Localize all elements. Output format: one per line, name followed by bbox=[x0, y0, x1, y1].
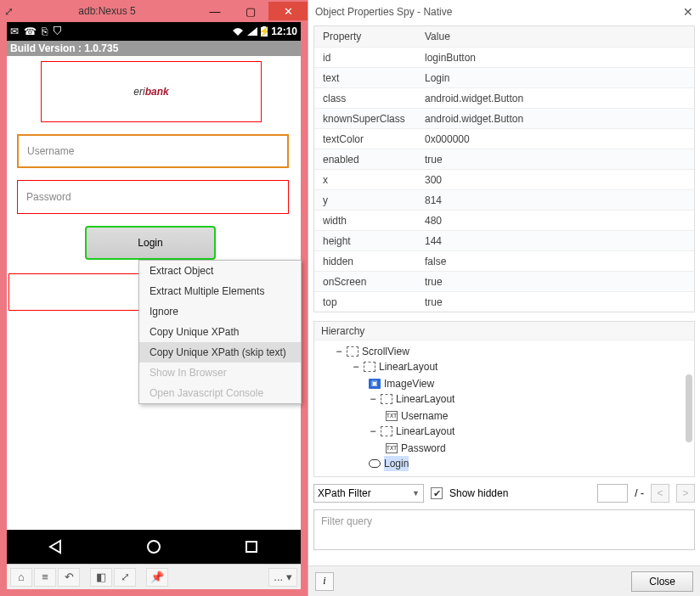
adb-window: ⤢ adb:Nexus 5 — ▢ ✕ ✉ ☎ ⎘ ⛉ bbox=[0, 0, 308, 596]
hierarchy-tree[interactable]: ScrollView LinearLayout ▣ImageView Linea… bbox=[314, 340, 694, 476]
tool-expand-icon[interactable]: ⤢ bbox=[114, 568, 136, 587]
nav-back-icon[interactable] bbox=[48, 538, 65, 555]
page-prev-button[interactable]: < bbox=[651, 484, 669, 503]
nav-recent-icon[interactable] bbox=[243, 538, 260, 555]
show-hidden-checkbox[interactable]: ✔ bbox=[431, 487, 443, 499]
tag-icon: 🏷 bbox=[369, 475, 381, 476]
ctx-copy-xpath-skip-text[interactable]: Copy Unique XPath (skip text) bbox=[139, 342, 301, 363]
ctx-open-js-console: Open Javascript Console bbox=[139, 383, 301, 403]
table-row[interactable]: height144 bbox=[314, 230, 694, 250]
spy-close-icon[interactable]: ✕ bbox=[683, 5, 693, 19]
ctx-ignore[interactable]: Ignore bbox=[139, 301, 301, 322]
table-row[interactable]: idloginButton bbox=[314, 47, 694, 67]
ctx-show-in-browser: Show In Browser bbox=[139, 363, 301, 383]
collapse-icon[interactable] bbox=[335, 344, 343, 359]
layout-icon bbox=[381, 426, 392, 436]
page-next-button[interactable]: > bbox=[676, 484, 695, 503]
properties-header-row: Property Value bbox=[314, 26, 694, 47]
context-menu: Extract Object Extract Multiple Elements… bbox=[138, 260, 302, 404]
table-row[interactable]: y814 bbox=[314, 189, 694, 210]
spy-title: Object Properties Spy - Native bbox=[315, 6, 452, 18]
tree-node-linearlayout[interactable]: LinearLayout bbox=[369, 391, 454, 407]
table-row[interactable]: knownSuperClassandroid.widget.Button bbox=[314, 108, 694, 128]
password-field[interactable]: Password bbox=[17, 180, 289, 214]
window-maximize-button[interactable]: ▢ bbox=[233, 2, 268, 20]
device-screen: ✉ ☎ ⎘ ⛉ ⚡ 12:10 bbox=[7, 22, 301, 564]
tree-node-hint[interactable]: 🏷Hint:company bbox=[369, 473, 446, 476]
login-button-label: Login bbox=[138, 237, 162, 249]
show-hidden-label: Show hidden bbox=[449, 487, 508, 499]
scrollbar[interactable] bbox=[686, 374, 692, 442]
page-number-input[interactable] bbox=[597, 484, 628, 503]
col-property: Property bbox=[314, 31, 416, 42]
text-icon: TXT bbox=[386, 411, 398, 421]
ctx-extract-object[interactable]: Extract Object bbox=[139, 261, 301, 281]
table-row[interactable]: enabledtrue bbox=[314, 149, 694, 169]
close-button[interactable]: Close bbox=[631, 571, 693, 592]
tool-more-icon[interactable]: ... ▾ bbox=[268, 568, 297, 587]
dropdown-icon: ▼ bbox=[412, 489, 420, 498]
tree-node-linearlayout[interactable]: LinearLayout bbox=[369, 424, 454, 439]
logo-suffix: bank bbox=[145, 86, 169, 98]
adb-titlebar[interactable]: ⤢ adb:Nexus 5 — ▢ ✕ bbox=[0, 0, 308, 22]
ctx-extract-multiple[interactable]: Extract Multiple Elements bbox=[139, 281, 301, 301]
tool-back-icon[interactable]: ↶ bbox=[58, 568, 80, 587]
table-row[interactable]: toptrue bbox=[314, 291, 694, 312]
hierarchy-header: Hierarchy bbox=[314, 322, 694, 340]
tree-node-username[interactable]: TXTUsername bbox=[386, 408, 448, 424]
android-status-bar: ✉ ☎ ⎘ ⛉ ⚡ 12:10 bbox=[7, 22, 301, 41]
adb-window-icon: ⤢ bbox=[0, 5, 17, 18]
table-row[interactable]: onScreentrue bbox=[314, 271, 694, 291]
adb-window-title: adb:Nexus 5 bbox=[17, 5, 197, 17]
hierarchy-panel: Hierarchy ScrollView LinearLayout ▣Image… bbox=[313, 321, 695, 477]
collapse-icon[interactable] bbox=[369, 391, 377, 407]
bug-icon: ⛉ bbox=[53, 25, 63, 37]
svg-text:⚡: ⚡ bbox=[261, 26, 268, 37]
table-row[interactable]: width480 bbox=[314, 210, 694, 230]
window-minimize-button[interactable]: — bbox=[197, 2, 233, 20]
tree-node-password[interactable]: TXTPassword bbox=[386, 441, 446, 456]
info-button[interactable]: i bbox=[315, 572, 334, 591]
tool-home-icon[interactable]: ⌂ bbox=[10, 568, 32, 587]
phone-icon: ☎ bbox=[24, 25, 37, 37]
layout-icon bbox=[364, 362, 375, 372]
table-row[interactable]: classandroid.widget.Button bbox=[314, 87, 694, 108]
close-button-label: Close bbox=[649, 576, 675, 588]
tree-node-scrollview[interactable]: ScrollView bbox=[335, 344, 409, 359]
wifi-icon bbox=[232, 27, 244, 36]
android-nav-bar bbox=[7, 530, 301, 564]
tool-capture-icon[interactable]: ◧ bbox=[90, 568, 112, 587]
collapse-icon[interactable] bbox=[352, 359, 360, 374]
svg-point-3 bbox=[148, 541, 160, 553]
status-time: 12:10 bbox=[271, 25, 297, 37]
tool-pin-icon[interactable]: 📌 bbox=[146, 568, 168, 587]
table-row[interactable]: textLogin bbox=[314, 67, 694, 87]
battery-icon: ⚡ bbox=[261, 26, 268, 37]
nav-home-icon[interactable] bbox=[145, 538, 162, 555]
ctx-copy-xpath[interactable]: Copy Unique XPath bbox=[139, 322, 301, 342]
tree-node-imageview[interactable]: ▣ImageView bbox=[369, 376, 434, 391]
window-close-button[interactable]: ✕ bbox=[268, 2, 308, 20]
text-icon: TXT bbox=[386, 443, 398, 453]
properties-table: Property Value idloginButton textLogin c… bbox=[313, 25, 695, 312]
password-placeholder: Password bbox=[26, 191, 71, 203]
login-button[interactable]: Login bbox=[85, 226, 216, 260]
spy-header: Object Properties Spy - Native ✕ bbox=[308, 0, 700, 24]
username-field[interactable]: Username bbox=[17, 134, 289, 168]
tool-list-icon[interactable]: ≡ bbox=[34, 568, 56, 587]
filter-query-placeholder: Filter query bbox=[321, 515, 372, 527]
tree-node-login[interactable]: Login bbox=[369, 456, 409, 471]
collapse-icon[interactable] bbox=[369, 424, 377, 439]
camera-icon: ⎘ bbox=[42, 25, 48, 37]
button-icon bbox=[369, 459, 381, 468]
table-row[interactable]: x300 bbox=[314, 169, 694, 189]
table-row[interactable]: textColor0x000000 bbox=[314, 128, 694, 149]
tree-node-linearlayout[interactable]: LinearLayout bbox=[352, 359, 438, 374]
image-icon: ▣ bbox=[369, 379, 381, 389]
svg-rect-4 bbox=[246, 542, 257, 552]
table-row[interactable]: hiddenfalse bbox=[314, 250, 694, 271]
filter-query-input[interactable]: Filter query bbox=[313, 509, 695, 550]
xpath-filter-combo[interactable]: XPath Filter ▼ bbox=[313, 484, 424, 503]
col-value: Value bbox=[416, 31, 694, 42]
adb-bottom-toolbar: ⌂ ≡ ↶ ◧ ⤢ 📌 ... ▾ bbox=[7, 564, 301, 589]
